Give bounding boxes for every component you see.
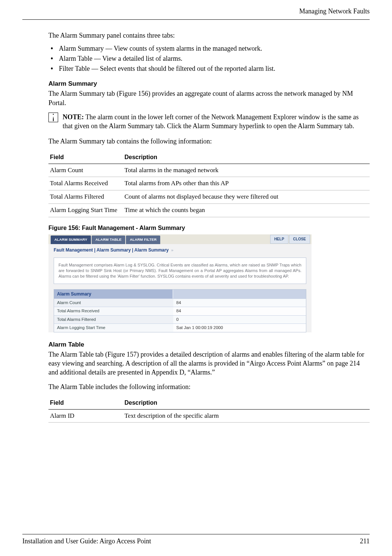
section-heading-alarm-table: Alarm Table [48, 341, 370, 349]
table-row: Alarm IDText description of the specific… [48, 409, 370, 423]
page-footer: Installation and User Guide: Airgo Acces… [22, 534, 370, 546]
table-header: Field [48, 151, 123, 164]
section-paragraph: The Alarm Summary tab (Figure 156) provi… [48, 89, 370, 107]
section-paragraph: The Alarm Table includes the following i… [48, 382, 370, 391]
bullet-item: Filter Table — Select events that should… [59, 64, 370, 73]
bullet-item: Alarm Summary — View counts of system al… [59, 44, 370, 53]
table-row: Total Alarms Received84 [54, 307, 306, 315]
info-icon: •i [48, 113, 58, 122]
section-heading-alarm-summary: Alarm Summary [48, 80, 370, 88]
note-block: •i NOTE: The alarm count in the lower le… [48, 113, 370, 131]
help-button[interactable]: HELP [270, 235, 288, 244]
table-row: Total Alarms ReceivedTotal alarms from A… [48, 177, 370, 190]
page-header: Managing Network Faults [22, 0, 370, 20]
table-row: Total Alarms Filtered0 [54, 315, 306, 324]
table-header: Description [123, 151, 370, 164]
table-header: Description [123, 397, 370, 409]
table-row: Total Alarms FilteredCount of alarms not… [48, 190, 370, 204]
screenshot-tabs: ALARM SUMMARY ALARM TABLE ALARM FILTER [48, 234, 160, 244]
footer-left: Installation and User Guide: Airgo Acces… [22, 537, 151, 546]
chevron-right-icon: » [171, 248, 173, 252]
note-text: NOTE: The alarm count in the lower left … [63, 113, 370, 131]
table-row: Alarm CountTotal alarms in the managed n… [48, 164, 370, 177]
breadcrumb: Fault Management | Alarm Summary | Alarm… [48, 244, 312, 255]
screenshot-alarm-summary: ALARM SUMMARY ALARM TABLE ALARM FILTER H… [48, 234, 312, 332]
bullet-item: Alarm Table — View a detailed list of al… [59, 54, 370, 63]
intro-text: The Alarm Summary panel contains three t… [48, 31, 370, 40]
screenshot-description: Fault Management comprises Alarm Log & S… [54, 258, 306, 284]
intro-bullets: Alarm Summary — View counts of system al… [48, 44, 370, 73]
tab-alarm-filter[interactable]: ALARM FILTER [126, 236, 160, 244]
table-row: Alarm Logging Start TimeSat Jan 1 00:00:… [54, 323, 306, 332]
figure-caption: Figure 156: Fault Management - Alarm Sum… [48, 224, 370, 232]
section-paragraph: The Alarm Table tab (Figure 157) provide… [48, 350, 370, 377]
table-header: Field [48, 397, 123, 409]
panel-title: Alarm Summary [54, 290, 173, 298]
page-number: 211 [360, 537, 370, 546]
alarm-table-field-table: Field Description Alarm IDText descripti… [48, 397, 370, 423]
alarm-summary-field-table: Field Description Alarm CountTotal alarm… [48, 151, 370, 217]
close-button[interactable]: CLOSE [289, 235, 310, 244]
tab-alarm-summary[interactable]: ALARM SUMMARY [51, 236, 91, 244]
screenshot-summary-panel: Alarm Summary Alarm Count84 Total Alarms… [54, 289, 306, 332]
tab-alarm-table[interactable]: ALARM TABLE [92, 236, 125, 244]
table-row: Alarm Logging Start TimeTime at which th… [48, 204, 370, 217]
section-paragraph: The Alarm Summary tab contains the follo… [48, 137, 370, 146]
screenshot-topbar: ALARM SUMMARY ALARM TABLE ALARM FILTER H… [48, 234, 312, 244]
table-row: Alarm Count84 [54, 298, 306, 307]
